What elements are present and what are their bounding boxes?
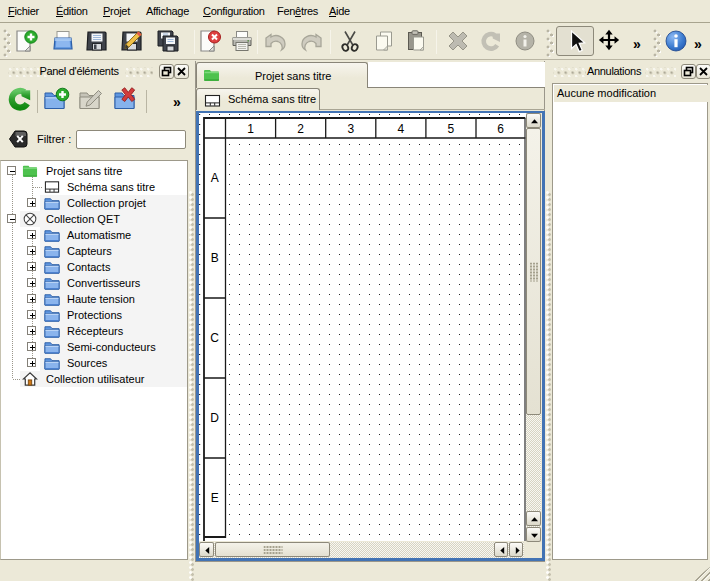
svg-text:2: 2 (297, 122, 304, 136)
svg-text:3: 3 (347, 122, 354, 136)
svg-text:5: 5 (448, 122, 455, 136)
svg-text:4: 4 (398, 122, 405, 136)
svg-text:B: B (211, 251, 219, 265)
svg-text:C: C (210, 331, 219, 345)
svg-text:A: A (211, 171, 219, 185)
svg-text:D: D (210, 411, 219, 425)
svg-text:E: E (211, 491, 219, 505)
svg-text:6: 6 (497, 122, 504, 136)
svg-text:1: 1 (247, 122, 254, 136)
